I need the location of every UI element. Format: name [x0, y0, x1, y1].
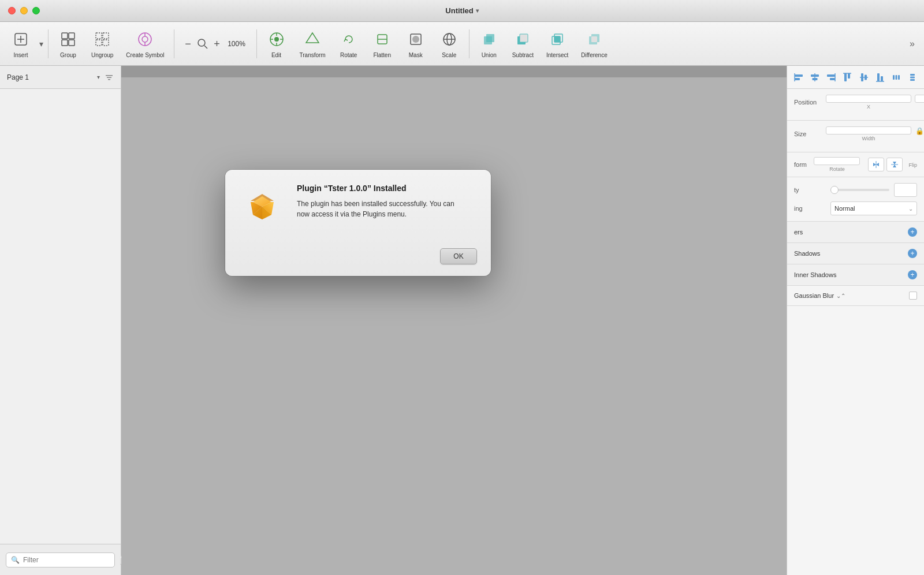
zoom-out-button[interactable]: −	[182, 39, 194, 49]
more-button[interactable]: »	[910, 39, 919, 49]
transform-button[interactable]: Transform	[294, 25, 331, 62]
opacity-row: ty	[794, 183, 917, 197]
svg-rect-9	[96, 40, 102, 46]
mask-icon	[405, 29, 426, 50]
shadows-section-header[interactable]: Shadows +	[787, 243, 924, 264]
modal-body-line2: now access it via the Plugins menu.	[297, 210, 407, 218]
y-label: Y	[915, 104, 924, 110]
transform-row: form Rotate	[794, 157, 917, 172]
gaussian-chevrons-icon[interactable]: ⌄⌃	[836, 293, 845, 299]
search-input[interactable]	[23, 556, 110, 564]
insert-dropdown-icon[interactable]: ▾	[38, 39, 44, 48]
opacity-value[interactable]	[894, 183, 917, 197]
svg-rect-32	[486, 34, 494, 42]
intersect-button[interactable]: Intersect	[541, 25, 574, 62]
align-middle-v-button[interactable]	[858, 71, 870, 84]
size-row: Size Width 🔒 Height	[794, 126, 917, 141]
mask-button[interactable]: Mask	[400, 25, 432, 62]
size-inputs: Width 🔒 Height	[826, 126, 924, 141]
edit-button[interactable]: Edit	[260, 25, 293, 62]
title-chevron-icon[interactable]: ▾	[476, 8, 479, 14]
gaussian-blur-label: Gaussian Blur	[794, 292, 834, 299]
transform-section: form Rotate	[787, 152, 924, 177]
insert-label: Insert	[13, 52, 28, 58]
scale-icon	[439, 29, 460, 50]
lock-icon[interactable]: 🔒	[915, 126, 924, 136]
zoom-value: 100%	[225, 40, 248, 48]
rotate-input[interactable]	[814, 157, 860, 165]
svg-rect-7	[96, 33, 102, 39]
sidebar-filter-icon[interactable]	[105, 73, 114, 82]
flip-h-button[interactable]	[868, 158, 884, 171]
gaussian-blur-checkbox[interactable]	[909, 292, 917, 300]
x-input[interactable]	[826, 95, 911, 103]
page-chevron-icon: ▾	[97, 74, 100, 80]
svg-point-18	[274, 37, 279, 42]
distribute-v-button[interactable]	[906, 71, 919, 84]
zoom-in-button[interactable]: +	[211, 39, 223, 49]
shadows-add-button[interactable]: +	[908, 249, 917, 258]
edit-label: Edit	[271, 52, 281, 58]
flip-label: Flip	[908, 162, 917, 168]
modal-footer: OK	[225, 241, 491, 276]
transform-label: form	[794, 161, 810, 168]
transform-icon	[302, 29, 323, 50]
svg-rect-40	[591, 36, 597, 42]
modal-dialog: Plugin “Tster 1.0.0” Installed The plugi…	[225, 170, 491, 276]
scale-button[interactable]: Scale	[433, 25, 465, 62]
align-left-button[interactable]	[792, 71, 805, 84]
svg-rect-57	[827, 74, 835, 77]
align-bottom-button[interactable]	[874, 71, 886, 84]
svg-rect-72	[910, 74, 915, 76]
search-icon: 🔍	[11, 556, 20, 564]
width-input[interactable]	[826, 126, 911, 135]
minimize-button[interactable]	[20, 7, 28, 14]
distribute-h-button[interactable]	[890, 71, 903, 84]
subtract-button[interactable]: Subtract	[506, 25, 539, 62]
window-controls	[8, 7, 40, 14]
blending-row: ing Normal ⌄	[794, 201, 917, 215]
layers-panel	[0, 89, 121, 544]
left-sidebar: Page 1 ▾ 🔍 ⬜ ✏️ 0	[0, 66, 121, 575]
sidebar-bottom: 🔍 ⬜ ✏️ 0	[0, 544, 121, 575]
subtract-label: Subtract	[512, 52, 534, 58]
maximize-button[interactable]	[32, 7, 40, 14]
fills-section-header[interactable]: ers +	[787, 222, 924, 243]
blending-label: ing	[794, 205, 826, 212]
ungroup-button[interactable]: Ungroup	[85, 25, 119, 62]
blending-chevron-icon: ⌄	[908, 206, 913, 212]
inner-shadows-add-button[interactable]: +	[908, 270, 917, 279]
align-right-button[interactable]	[825, 71, 837, 84]
rotate-button[interactable]: Rotate	[333, 25, 365, 62]
subtract-icon	[512, 29, 533, 50]
inner-shadows-section-header[interactable]: Inner Shadows +	[787, 264, 924, 286]
page-header[interactable]: Page 1 ▾	[0, 66, 121, 89]
group-button[interactable]: Group	[52, 25, 84, 62]
ok-button[interactable]: OK	[440, 248, 477, 264]
close-button[interactable]	[8, 7, 16, 14]
toolbar-separator-1	[48, 29, 49, 58]
svg-rect-10	[103, 40, 109, 46]
align-center-h-button[interactable]	[808, 71, 821, 84]
gaussian-blur-row: Gaussian Blur ⌄⌃	[787, 286, 924, 306]
blending-select[interactable]: Normal ⌄	[830, 201, 917, 215]
flip-v-button[interactable]	[886, 158, 903, 171]
insert-icon	[10, 29, 31, 50]
flatten-button[interactable]: Flatten	[366, 25, 398, 62]
union-button[interactable]: Union	[473, 25, 505, 62]
opacity-slider[interactable]	[830, 189, 889, 191]
fills-add-button[interactable]: +	[908, 227, 917, 237]
insert-button[interactable]: Insert	[5, 25, 37, 62]
union-label: Union	[482, 52, 497, 58]
size-section: Size Width 🔒 Height	[787, 121, 924, 152]
svg-rect-8	[103, 33, 109, 39]
modal-title: Plugin “Tster 1.0.0” Installed	[297, 184, 477, 193]
width-label: Width	[826, 136, 911, 141]
canvas[interactable]: Plugin “Tster 1.0.0” Installed The plugi…	[121, 66, 787, 575]
create-symbol-button[interactable]: Create Symbol	[120, 25, 170, 62]
y-input[interactable]	[915, 95, 924, 103]
difference-button[interactable]: Difference	[575, 25, 613, 62]
align-top-button[interactable]	[841, 71, 854, 84]
position-row: Position X Y	[794, 95, 917, 110]
position-section: Position X Y	[787, 89, 924, 121]
